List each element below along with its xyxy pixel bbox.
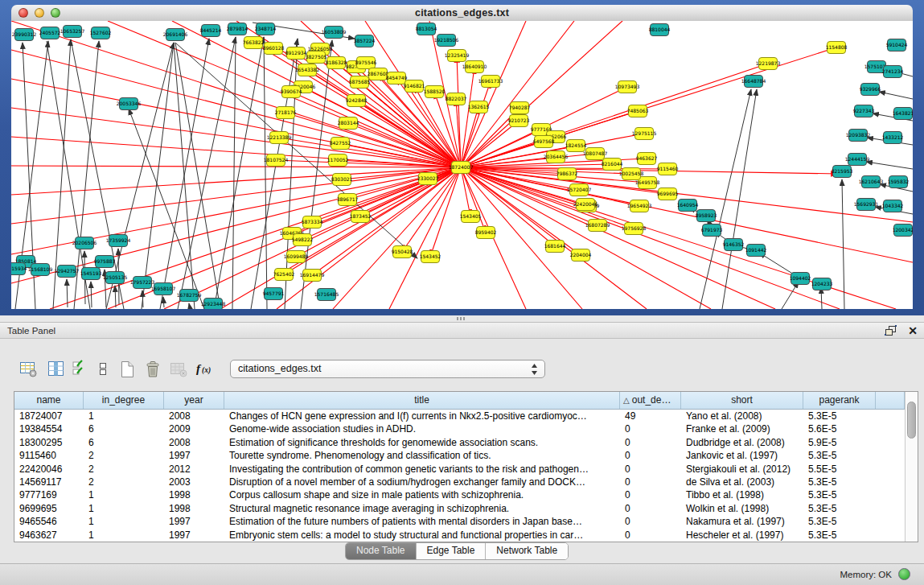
table-scrollbar[interactable] [905,392,918,542]
graph-node[interactable]: 10653257 [60,26,85,38]
graph-node[interactable]: 3857224 [354,35,376,47]
graph-node[interactable]: 16543382 [295,64,320,76]
tab-network-table[interactable]: Network Table [485,543,568,559]
graph-node[interactable]: 1873452 [350,211,372,223]
network-graph[interactable]: 1872400776638228960128891293415226058382… [11,21,913,309]
row-check-icon[interactable] [69,358,92,381]
graph-node[interactable]: 6497568 [533,136,555,148]
graph-node[interactable]: 12942757 [55,266,80,278]
graph-node[interactable]: 16807289 [585,220,610,232]
graph-node[interactable]: 8912934 [285,47,307,60]
graph-node[interactable]: 5910424 [886,39,908,51]
graph-node[interactable]: 9329966 [860,84,881,96]
graph-node[interactable]: 1091442 [745,245,767,257]
graph-node[interactable]: 15720407 [567,184,592,196]
graph-node[interactable]: 9390674 [281,86,302,98]
column-header-title[interactable]: title [224,392,620,409]
graph-node[interactable]: 16210643 [859,176,884,188]
graph-node[interactable]: 9463627 [636,153,658,165]
table-row[interactable]: 1456911722003Disruption of a novel membe… [14,476,918,488]
graph-node[interactable]: 15716485 [314,289,339,301]
graph-node[interactable]: 12975115 [632,128,657,140]
graph-node[interactable]: 1543452 [420,251,441,263]
graph-node[interactable]: 1595832 [888,176,910,188]
graph-node[interactable]: 3827505 [306,51,327,64]
graph-node[interactable]: 7625402 [273,269,295,281]
table-row[interactable]: 946362711997Embryonic stem cells: a mode… [14,529,918,542]
table-row[interactable]: 911546021997Tourette syndrome. Phenomeno… [14,449,918,462]
graph-node[interactable]: 12325419 [445,50,470,62]
graph-node[interactable]: 16648784 [741,76,766,88]
graph-node[interactable]: 8959402 [475,227,497,239]
column-header-year[interactable]: year [164,392,224,409]
graph-node[interactable]: 9146352 [723,239,745,251]
graph-node[interactable]: 3896717 [337,194,359,206]
graph-node[interactable]: 8427552 [330,138,351,150]
graph-node[interactable]: 8975546 [355,57,377,69]
graph-node[interactable]: 8960128 [263,43,285,55]
graph-node[interactable]: 16782759 [177,290,202,302]
graph-node[interactable]: 12444159 [845,154,870,166]
graph-node[interactable]: 1170052 [327,154,349,167]
graph-node[interactable]: 9115460 [657,163,679,175]
graph-node[interactable]: 12505135 [103,272,128,284]
graph-node[interactable]: 2405572 [39,27,61,39]
table-row[interactable]: 969969511998Structural magnetic resonanc… [14,502,918,515]
graph-node[interactable]: 1527602 [90,27,112,39]
table-row[interactable]: 1872400712008Changes of HCN gene express… [14,410,918,422]
graph-node[interactable]: 1043342 [882,200,904,212]
graph-node[interactable]: 7663822 [243,37,265,49]
column-header-out_de…[interactable]: △out_de… [620,392,681,409]
graph-node[interactable]: 8186328 [326,57,347,69]
graph-node[interactable]: 16961733 [478,76,503,88]
graph-node[interactable]: 20691406 [163,29,188,41]
graph-node[interactable]: 1545193 [80,268,102,280]
graph-node[interactable]: 18107524 [264,154,289,167]
graph-node[interactable]: 20206506 [72,237,97,249]
graph-node[interactable]: 1362615 [468,101,490,113]
graph-node[interactable]: 18640910 [462,61,487,73]
graph-node[interactable]: 1824554 [565,140,587,152]
graph-node[interactable]: 9146821 [404,80,425,93]
delete-table-icon[interactable] [167,358,190,381]
graph-node[interactable]: 22420046 [573,199,598,211]
graph-node[interactable]: 5875685 [349,76,371,89]
graph-node[interactable]: 1204233 [811,278,833,290]
graph-node[interactable]: 9975887 [94,256,116,268]
graph-node[interactable]: 1094402 [790,273,811,285]
graph-node[interactable]: 16914479 [300,270,325,282]
network-canvas[interactable]: 1872400776638228960128891293415226058382… [11,21,913,309]
graph-node[interactable]: 10025458 [619,168,644,180]
graph-node[interactable]: 6791973 [701,225,723,237]
new-file-icon[interactable] [116,358,138,381]
column-header-short[interactable]: short [681,392,803,409]
graph-node[interactable]: 9457791 [263,288,285,300]
close-panel-icon[interactable]: ✕ [906,323,919,338]
memory-status-icon[interactable] [898,568,910,580]
graph-node[interactable]: 9227343 [853,105,875,117]
graph-node[interactable]: 2879814 [227,23,248,35]
graph-node[interactable]: 8958923 [696,210,717,222]
graph-node[interactable]: 1640954 [677,200,699,212]
graph-node[interactable]: 7986372 [556,168,578,180]
network-window-titlebar[interactable]: citations_edges.txt [11,5,913,22]
graph-node[interactable]: 12923448 [201,299,226,310]
graph-node[interactable]: 8215953 [832,166,853,178]
splitter-grip-icon[interactable] [457,317,466,320]
graph-node[interactable]: 11568109 [28,264,53,276]
graph-node[interactable]: 8810044 [649,24,671,36]
graph-node[interactable]: 8303021 [331,174,353,186]
cell-pair-icon[interactable] [92,358,114,381]
column-header-filler[interactable] [876,392,905,409]
column-header-pagerank[interactable]: pagerank [803,392,876,409]
table-options-icon[interactable] [18,358,40,381]
graph-node[interactable]: 17359924 [106,235,131,247]
graph-node[interactable]: 10807487 [583,148,608,160]
table-row[interactable]: 1938455462009Genome-wide association stu… [14,422,918,435]
graph-node[interactable]: 2741234 [882,66,904,78]
function-icon[interactable]: f (x) [193,358,216,381]
tab-edge-table[interactable]: Edge Table [416,543,486,559]
graph-node[interactable]: 20364456 [544,151,569,163]
graph-node[interactable]: 1154808 [826,42,848,54]
graph-node[interactable]: 5873334 [302,216,323,229]
